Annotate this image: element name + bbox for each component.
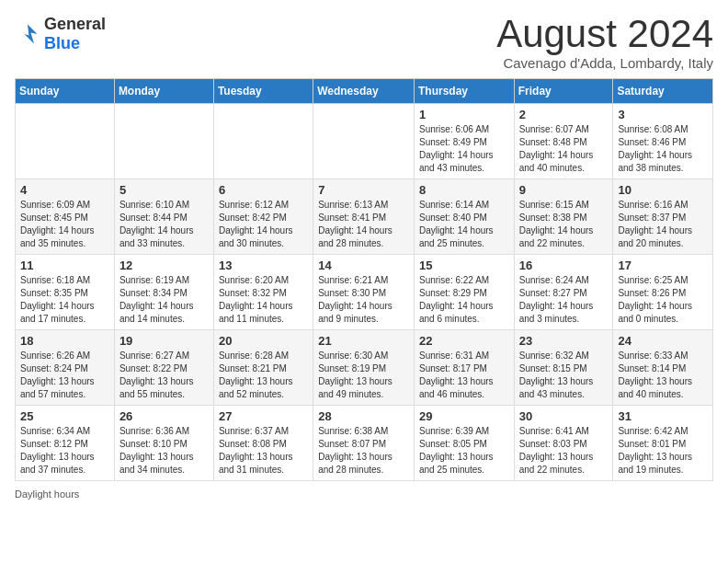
day-number: 19 (119, 334, 209, 348)
cell-daylight-info: Sunrise: 6:37 AM Sunset: 8:08 PM Dayligh… (219, 425, 308, 477)
calendar-table: SundayMondayTuesdayWednesdayThursdayFrid… (15, 78, 713, 481)
day-number: 5 (119, 183, 209, 197)
calendar-week-row: 25Sunrise: 6:34 AM Sunset: 8:12 PM Dayli… (16, 406, 713, 481)
calendar-header-row: SundayMondayTuesdayWednesdayThursdayFrid… (16, 79, 713, 104)
cell-daylight-info: Sunrise: 6:27 AM Sunset: 8:22 PM Dayligh… (119, 350, 209, 401)
cell-daylight-info: Sunrise: 6:41 AM Sunset: 8:03 PM Dayligh… (519, 425, 609, 477)
calendar-cell: 17Sunrise: 6:25 AM Sunset: 8:26 PM Dayli… (613, 255, 713, 330)
day-number: 9 (519, 183, 609, 197)
cell-daylight-info: Sunrise: 6:32 AM Sunset: 8:15 PM Dayligh… (519, 350, 609, 401)
day-number: 18 (20, 334, 109, 348)
day-number: 1 (419, 108, 509, 121)
logo-blue: Blue (44, 34, 80, 52)
calendar-cell: 19Sunrise: 6:27 AM Sunset: 8:22 PM Dayli… (114, 330, 213, 406)
calendar-cell: 22Sunrise: 6:31 AM Sunset: 8:17 PM Dayli… (414, 330, 514, 406)
cell-daylight-info: Sunrise: 6:33 AM Sunset: 8:14 PM Dayligh… (618, 350, 708, 401)
calendar-cell: 3Sunrise: 6:08 AM Sunset: 8:46 PM Daylig… (613, 104, 713, 179)
logo-text: General Blue (44, 15, 106, 53)
calendar-week-row: 4Sunrise: 6:09 AM Sunset: 8:45 PM Daylig… (16, 179, 713, 255)
calendar-cell: 16Sunrise: 6:24 AM Sunset: 8:27 PM Dayli… (514, 255, 613, 330)
day-number: 7 (318, 183, 409, 197)
cell-daylight-info: Sunrise: 6:38 AM Sunset: 8:07 PM Dayligh… (318, 425, 409, 477)
day-number: 25 (20, 409, 109, 423)
calendar-cell (313, 104, 415, 179)
day-number: 3 (618, 108, 708, 121)
page-header: General Blue August 2024 Cavenago d'Adda… (15, 15, 713, 71)
cell-daylight-info: Sunrise: 6:10 AM Sunset: 8:44 PM Dayligh… (119, 199, 209, 250)
calendar-cell: 29Sunrise: 6:39 AM Sunset: 8:05 PM Dayli… (414, 406, 514, 481)
cell-daylight-info: Sunrise: 6:21 AM Sunset: 8:30 PM Dayligh… (318, 274, 409, 326)
cell-daylight-info: Sunrise: 6:08 AM Sunset: 8:46 PM Dayligh… (618, 123, 708, 175)
cell-daylight-info: Sunrise: 6:24 AM Sunset: 8:27 PM Dayligh… (519, 274, 609, 326)
cell-daylight-info: Sunrise: 6:39 AM Sunset: 8:05 PM Dayligh… (419, 425, 509, 477)
calendar-cell: 8Sunrise: 6:14 AM Sunset: 8:40 PM Daylig… (414, 179, 514, 255)
month-title: August 2024 (496, 15, 713, 53)
cell-daylight-info: Sunrise: 6:15 AM Sunset: 8:38 PM Dayligh… (519, 199, 609, 250)
cell-daylight-info: Sunrise: 6:26 AM Sunset: 8:24 PM Dayligh… (20, 350, 109, 401)
cell-daylight-info: Sunrise: 6:13 AM Sunset: 8:41 PM Dayligh… (318, 199, 409, 250)
calendar-cell: 18Sunrise: 6:26 AM Sunset: 8:24 PM Dayli… (16, 330, 115, 406)
calendar-cell: 11Sunrise: 6:18 AM Sunset: 8:35 PM Dayli… (16, 255, 115, 330)
day-number: 8 (419, 183, 509, 197)
cell-daylight-info: Sunrise: 6:07 AM Sunset: 8:48 PM Dayligh… (519, 123, 609, 175)
day-number: 27 (219, 409, 308, 423)
calendar-cell: 20Sunrise: 6:28 AM Sunset: 8:21 PM Dayli… (213, 330, 313, 406)
logo: General Blue (15, 15, 106, 53)
day-number: 12 (119, 259, 209, 272)
cell-daylight-info: Sunrise: 6:42 AM Sunset: 8:01 PM Dayligh… (618, 425, 708, 477)
day-number: 23 (519, 334, 609, 348)
weekday-header: Sunday (16, 79, 115, 104)
calendar-cell: 4Sunrise: 6:09 AM Sunset: 8:45 PM Daylig… (16, 179, 115, 255)
day-number: 31 (618, 409, 708, 423)
calendar-cell (114, 104, 213, 179)
cell-daylight-info: Sunrise: 6:19 AM Sunset: 8:34 PM Dayligh… (119, 274, 209, 326)
calendar-cell: 2Sunrise: 6:07 AM Sunset: 8:48 PM Daylig… (514, 104, 613, 179)
cell-daylight-info: Sunrise: 6:14 AM Sunset: 8:40 PM Dayligh… (419, 199, 509, 250)
day-number: 24 (618, 334, 708, 348)
day-number: 30 (519, 409, 609, 423)
calendar-cell: 21Sunrise: 6:30 AM Sunset: 8:19 PM Dayli… (313, 330, 415, 406)
calendar-cell: 30Sunrise: 6:41 AM Sunset: 8:03 PM Dayli… (514, 406, 613, 481)
cell-daylight-info: Sunrise: 6:25 AM Sunset: 8:26 PM Dayligh… (618, 274, 708, 326)
day-number: 29 (419, 409, 509, 423)
cell-daylight-info: Sunrise: 6:34 AM Sunset: 8:12 PM Dayligh… (20, 425, 109, 477)
cell-daylight-info: Sunrise: 6:36 AM Sunset: 8:10 PM Dayligh… (119, 425, 209, 477)
footer-daylight: Daylight hours (15, 488, 713, 500)
weekday-header: Wednesday (313, 79, 415, 104)
calendar-cell: 27Sunrise: 6:37 AM Sunset: 8:08 PM Dayli… (213, 406, 313, 481)
logo-general: General (44, 15, 106, 33)
calendar-cell: 25Sunrise: 6:34 AM Sunset: 8:12 PM Dayli… (16, 406, 115, 481)
calendar-cell (16, 104, 115, 179)
day-number: 10 (618, 183, 708, 197)
day-number: 11 (20, 259, 109, 272)
cell-daylight-info: Sunrise: 6:30 AM Sunset: 8:19 PM Dayligh… (318, 350, 409, 401)
calendar-cell: 12Sunrise: 6:19 AM Sunset: 8:34 PM Dayli… (114, 255, 213, 330)
day-number: 20 (219, 334, 308, 348)
cell-daylight-info: Sunrise: 6:31 AM Sunset: 8:17 PM Dayligh… (419, 350, 509, 401)
day-number: 26 (119, 409, 209, 423)
cell-daylight-info: Sunrise: 6:22 AM Sunset: 8:29 PM Dayligh… (419, 274, 509, 326)
day-number: 13 (219, 259, 308, 272)
calendar-cell (213, 104, 313, 179)
day-number: 22 (419, 334, 509, 348)
calendar-cell: 31Sunrise: 6:42 AM Sunset: 8:01 PM Dayli… (613, 406, 713, 481)
day-number: 14 (318, 259, 409, 272)
calendar-cell: 24Sunrise: 6:33 AM Sunset: 8:14 PM Dayli… (613, 330, 713, 406)
weekday-header: Thursday (414, 79, 514, 104)
calendar-cell: 6Sunrise: 6:12 AM Sunset: 8:42 PM Daylig… (213, 179, 313, 255)
cell-daylight-info: Sunrise: 6:12 AM Sunset: 8:42 PM Dayligh… (219, 199, 308, 250)
day-number: 16 (519, 259, 609, 272)
day-number: 6 (219, 183, 308, 197)
day-number: 2 (519, 108, 609, 121)
footer-text: Daylight hours (15, 488, 79, 500)
cell-daylight-info: Sunrise: 6:18 AM Sunset: 8:35 PM Dayligh… (20, 274, 109, 326)
day-number: 28 (318, 409, 409, 423)
calendar-week-row: 1Sunrise: 6:06 AM Sunset: 8:49 PM Daylig… (16, 104, 713, 179)
title-block: August 2024 Cavenago d'Adda, Lombardy, I… (496, 15, 713, 71)
calendar-cell: 10Sunrise: 6:16 AM Sunset: 8:37 PM Dayli… (613, 179, 713, 255)
logo-bird-icon (15, 21, 40, 47)
cell-daylight-info: Sunrise: 6:09 AM Sunset: 8:45 PM Dayligh… (20, 199, 109, 250)
cell-daylight-info: Sunrise: 6:06 AM Sunset: 8:49 PM Dayligh… (419, 123, 509, 175)
calendar-cell: 13Sunrise: 6:20 AM Sunset: 8:32 PM Dayli… (213, 255, 313, 330)
calendar-cell: 15Sunrise: 6:22 AM Sunset: 8:29 PM Dayli… (414, 255, 514, 330)
